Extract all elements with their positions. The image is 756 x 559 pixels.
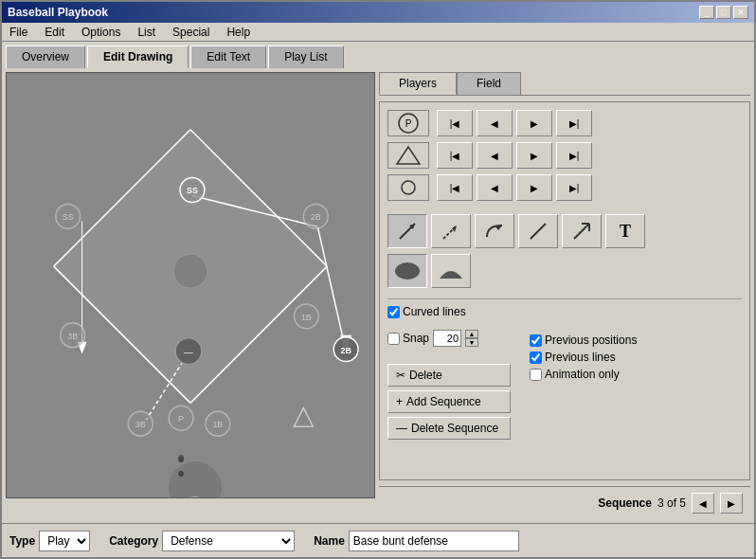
add-sequence-label: Add Sequence	[406, 395, 481, 408]
text-tool-btn[interactable]: T	[605, 214, 645, 248]
arrow-tool-btn[interactable]	[387, 214, 427, 248]
curved-lines-checkbox[interactable]	[387, 306, 400, 318]
tool-row: T	[387, 214, 742, 248]
window-title: Baseball Playbook	[8, 6, 108, 19]
cir-next-btn[interactable]: ▶	[516, 174, 552, 201]
minimize-button[interactable]: _	[699, 6, 714, 19]
panel-tab-field[interactable]: Field	[457, 72, 521, 95]
player-row-p: P |◀ ◀ ▶ ▶|	[387, 110, 742, 136]
svg-text:P: P	[405, 118, 412, 129]
main-content: — SS SS 2B 3B 1B	[2, 68, 754, 523]
menu-file[interactable]: File	[6, 26, 31, 39]
action-buttons: Curved lines Snap ▲ ▼	[387, 305, 511, 440]
category-label: Category	[109, 534, 158, 548]
sequence-value: 3 of 5	[657, 496, 686, 510]
type-field: Type Play Drill	[9, 531, 90, 551]
dash-arrow-tool-btn[interactable]	[431, 214, 471, 248]
snap-value-input[interactable]	[433, 330, 461, 347]
panel-content: P |◀ ◀ ▶ ▶| |◀ ◀ ▶ ▶|	[379, 101, 750, 480]
animation-only-option[interactable]: Animation only	[530, 368, 637, 381]
menu-list[interactable]: List	[134, 26, 159, 39]
tab-play-list[interactable]: Play List	[268, 45, 343, 68]
field-area[interactable]: — SS SS 2B 3B 1B	[6, 72, 375, 498]
title-bar: Baseball Playbook _ □ ✕	[2, 2, 754, 23]
close-button[interactable]: ✕	[733, 6, 748, 19]
sequence-next-btn[interactable]: ▶	[720, 493, 743, 514]
svg-text:2B: 2B	[311, 212, 321, 222]
tri-next-btn[interactable]: ▶	[516, 142, 552, 169]
name-input[interactable]	[349, 531, 519, 551]
type-label: Type	[9, 534, 35, 548]
prev-lines-checkbox[interactable]	[530, 352, 542, 364]
maximize-button[interactable]: □	[716, 6, 731, 19]
snap-down-btn[interactable]: ▼	[465, 338, 478, 347]
svg-text:3B: 3B	[135, 420, 146, 429]
animation-only-checkbox[interactable]	[530, 369, 542, 381]
main-tabs: Overview Edit Drawing Edit Text Play Lis…	[2, 42, 754, 68]
tri-prev-btn[interactable]: ◀	[477, 142, 513, 169]
prev-positions-label: Previous positions	[545, 334, 637, 347]
window-controls: _ □ ✕	[699, 6, 748, 19]
tri-first-btn[interactable]: |◀	[437, 142, 473, 169]
tri-last-btn[interactable]: ▶|	[556, 142, 592, 169]
sequence-prev-btn[interactable]: ◀	[692, 493, 714, 514]
snap-checkbox[interactable]	[387, 333, 400, 345]
cir-last-btn[interactable]: ▶|	[556, 174, 592, 201]
menu-edit[interactable]: Edit	[41, 26, 68, 39]
cir-prev-btn[interactable]: ◀	[477, 174, 513, 201]
curve-tool-btn[interactable]	[475, 214, 514, 248]
svg-line-53	[531, 224, 546, 239]
p-next-btn[interactable]: ▶	[516, 110, 552, 136]
delete-button[interactable]: ✂ Delete	[387, 364, 511, 387]
svg-text:2B: 2B	[340, 346, 351, 355]
curved-lines-option[interactable]: Curved lines	[387, 305, 511, 318]
name-label: Name	[314, 534, 345, 548]
line-tool-btn[interactable]	[518, 214, 558, 248]
tab-edit-text[interactable]: Edit Text	[190, 45, 266, 68]
right-options: Previous positions Previous lines Animat…	[530, 334, 637, 440]
oval-tool-btn[interactable]	[387, 254, 427, 288]
player-row-circle: |◀ ◀ ▶ ▶|	[387, 174, 742, 201]
svg-line-54	[574, 224, 589, 239]
category-select[interactable]: Defense Offense	[162, 531, 295, 551]
player-row-triangle: |◀ ◀ ▶ ▶|	[387, 142, 742, 169]
tab-edit-drawing[interactable]: Edit Drawing	[87, 45, 189, 68]
p-first-btn[interactable]: |◀	[437, 110, 473, 136]
svg-point-42	[178, 457, 184, 462]
type-select[interactable]: Play Drill	[39, 531, 90, 551]
cir-first-btn[interactable]: |◀	[437, 174, 473, 201]
svg-marker-46	[397, 147, 420, 164]
svg-text:P: P	[178, 414, 184, 424]
menu-help[interactable]: Help	[223, 26, 254, 39]
sequence-nav: Sequence 3 of 5 ◀ ▶	[379, 486, 750, 519]
p-last-btn[interactable]: ▶|	[556, 110, 592, 136]
add-sequence-button[interactable]: + Add Sequence	[387, 390, 511, 413]
prev-positions-checkbox[interactable]	[530, 334, 542, 347]
snap-option[interactable]: Snap	[387, 332, 429, 345]
menu-bar: File Edit Options List Special Help	[2, 23, 754, 42]
menu-options[interactable]: Options	[78, 26, 124, 39]
panel-tab-players[interactable]: Players	[379, 72, 457, 95]
prev-lines-option[interactable]: Previous lines	[530, 351, 637, 364]
delete-sequence-button[interactable]: — Delete Sequence	[387, 417, 511, 440]
controls-options: Curved lines Snap ▲ ▼	[387, 305, 742, 440]
prev-positions-option[interactable]: Previous positions	[530, 334, 637, 347]
svg-text:3B: 3B	[67, 332, 78, 341]
fill-tool-btn[interactable]	[431, 254, 471, 288]
svg-text:1B: 1B	[212, 420, 223, 429]
status-bar: Type Play Drill Category Defense Offense…	[2, 523, 754, 557]
tab-overview[interactable]: Overview	[6, 45, 85, 68]
animation-only-label: Animation only	[545, 368, 620, 381]
prev-lines-label: Previous lines	[545, 351, 616, 364]
right-panel: Players Field P |◀ ◀ ▶ ▶|	[379, 72, 750, 519]
delete-sequence-icon: —	[396, 422, 407, 435]
shape-row	[387, 254, 742, 288]
sequence-label: Sequence	[598, 496, 652, 510]
delete-icon: ✂	[396, 369, 405, 382]
snap-up-btn[interactable]: ▲	[465, 330, 478, 338]
p-prev-btn[interactable]: ◀	[477, 110, 513, 136]
diagonal-tool-btn[interactable]	[562, 214, 602, 248]
svg-text:—: —	[184, 347, 193, 357]
menu-special[interactable]: Special	[169, 26, 213, 39]
delete-label: Delete	[409, 369, 442, 382]
